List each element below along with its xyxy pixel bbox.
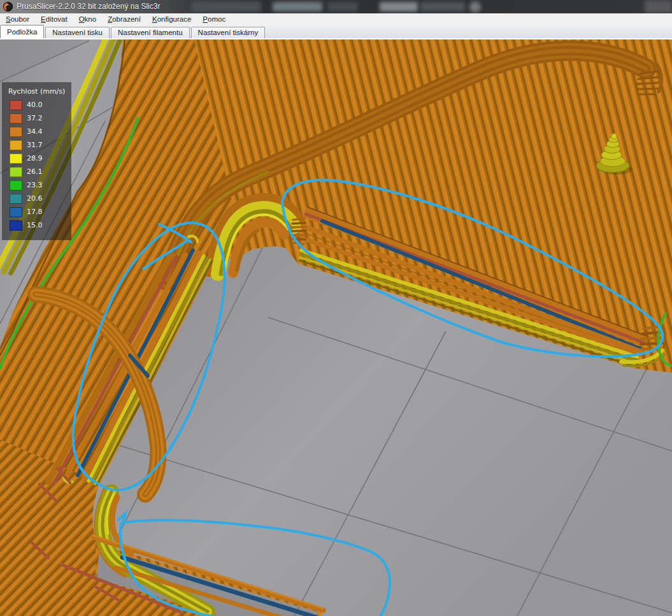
app-logo-icon bbox=[3, 2, 13, 11]
legend-swatch bbox=[10, 220, 22, 231]
titlebar-blur-decoration bbox=[327, 2, 358, 11]
speed-legend: Rychlost (mm/s) 40.0 37.2 34.4 31.7 28.9 bbox=[2, 82, 71, 240]
menu-konfigurace[interactable]: Konfigurace bbox=[147, 13, 197, 25]
menu-editovat[interactable]: Editovat bbox=[35, 13, 73, 25]
menu-okno[interactable]: Okno bbox=[73, 13, 103, 25]
legend-row: 40.0 bbox=[2, 98, 71, 111]
titlebar-blur-decoration bbox=[191, 1, 261, 12]
legend-swatch bbox=[10, 207, 22, 217]
legend-swatch bbox=[10, 100, 22, 110]
legend-swatch bbox=[10, 154, 22, 164]
prusaslicer-window: PrusaSlicer-2.2.0 32 bit založený na Sli… bbox=[0, 0, 672, 616]
tab-nastaveni-filamentu[interactable]: Nastavení filamentu bbox=[111, 27, 190, 38]
viewport-3d[interactable] bbox=[0, 39, 672, 616]
legend-row: 17.8 bbox=[2, 205, 71, 218]
legend-row: 34.4 bbox=[2, 125, 71, 138]
titlebar-blur-decoration bbox=[420, 2, 465, 11]
window-titlebar[interactable]: PrusaSlicer-2.2.0 32 bit založený na Sli… bbox=[0, 0, 672, 14]
legend-swatch bbox=[10, 167, 22, 177]
titlebar-blur-decoration bbox=[273, 2, 322, 11]
legend-row: 37.2 bbox=[2, 111, 71, 125]
tab-nastaveni-tiskarny[interactable]: Nastavení tiskárny bbox=[191, 27, 266, 38]
legend-title: Rychlost (mm/s) bbox=[2, 82, 71, 98]
titlebar-blur-decoration bbox=[380, 2, 418, 11]
legend-row: 28.9 bbox=[2, 152, 71, 165]
menu-zobrazeni[interactable]: Zobrazení bbox=[102, 13, 147, 25]
tab-podlozka[interactable]: Podložka bbox=[0, 25, 44, 38]
legend-row: 20.6 bbox=[2, 192, 71, 205]
legend-swatch bbox=[10, 180, 22, 190]
window-title-text: PrusaSlicer-2.2.0 32 bit založený na Sli… bbox=[17, 2, 160, 11]
legend-swatch bbox=[10, 127, 22, 137]
legend-row: 15.0 bbox=[2, 218, 71, 232]
menu-pomoc[interactable]: Pomoc bbox=[197, 13, 231, 25]
legend-row: 26.1 bbox=[2, 165, 71, 178]
menu-soubor[interactable]: Soubor bbox=[0, 13, 35, 25]
titlebar-blur-decoration bbox=[645, 0, 672, 13]
legend-swatch bbox=[10, 113, 22, 124]
viewport-3d-container: Rychlost (mm/s) 40.0 37.2 34.4 31.7 28.9 bbox=[0, 39, 672, 616]
titlebar-blur-decoration bbox=[469, 1, 481, 13]
legend-row: 23.3 bbox=[2, 178, 71, 192]
legend-row: 31.7 bbox=[2, 138, 71, 152]
menubar: Soubor Editovat Okno Zobrazení Konfigura… bbox=[0, 13, 672, 25]
legend-swatch bbox=[10, 140, 22, 150]
tabbar: Podložka Nastavení tisku Nastavení filam… bbox=[0, 25, 672, 38]
tab-nastaveni-tisku[interactable]: Nastavení tisku bbox=[45, 27, 110, 38]
legend-swatch bbox=[10, 194, 22, 204]
